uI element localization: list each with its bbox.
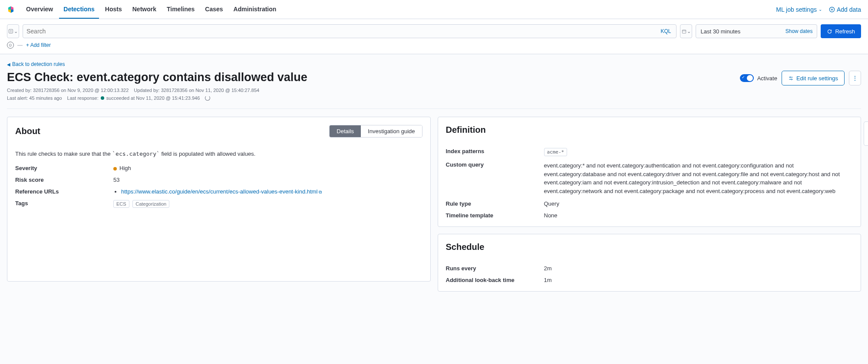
desc-pre: This rule checks to make sure that the xyxy=(15,151,112,157)
query-label: Custom query xyxy=(446,161,544,168)
row-severity: Severity High xyxy=(15,165,422,171)
meta-line-2: Last alert: 45 minutes ago Last response… xyxy=(7,95,307,101)
panels: About Details Investigation guide This r… xyxy=(7,117,861,292)
back-link[interactable]: ◀︎ Back to detection rules xyxy=(7,61,861,67)
date-quick-button[interactable]: ⌄ xyxy=(680,24,692,38)
row-index: Index patterns acme-* xyxy=(446,148,853,156)
query-value: event.category:* and not event.category:… xyxy=(544,161,853,195)
row-runs: Runs every 2m xyxy=(446,265,853,272)
tab-investigation-guide[interactable]: Investigation guide xyxy=(361,125,422,137)
lookback-label: Additional look-back time xyxy=(446,277,544,283)
row-ref: Reference URLs https://www.elastic.co/gu… xyxy=(15,188,422,195)
switch-knob xyxy=(747,75,753,81)
runs-value: 2m xyxy=(544,265,853,272)
query-bar: ⌄ KQL ⌄ Last 30 minutes Show dates Refre… xyxy=(0,19,868,40)
runs-label: Runs every xyxy=(446,265,544,272)
refresh-status-icon[interactable] xyxy=(205,95,210,101)
status-dot-icon xyxy=(101,96,104,100)
schedule-header: Schedule xyxy=(446,242,853,252)
tags-label: Tags xyxy=(15,200,113,207)
page-title: ECS Check: event.category contains disal… xyxy=(7,71,307,84)
ref-url-link[interactable]: https://www.elastic.co/guide/en/ecs/curr… xyxy=(121,188,322,195)
nav-tab-overview[interactable]: Overview xyxy=(22,0,57,19)
about-title: About xyxy=(15,126,40,136)
last-response-value: succeeded at Nov 11, 2020 @ 15:41:23.946 xyxy=(106,95,200,101)
nav-tab-cases[interactable]: Cases xyxy=(201,0,227,19)
col-right: Definition Index patterns acme-* Custom … xyxy=(438,117,861,292)
tag-categorization[interactable]: Categorization xyxy=(132,200,169,208)
nav-tab-network[interactable]: Network xyxy=(128,0,161,19)
last-response-wrap: Last response: succeeded at Nov 11, 2020… xyxy=(67,95,200,101)
search-input[interactable] xyxy=(26,28,659,35)
svg-rect-1 xyxy=(9,30,13,33)
page-body: ◀︎ Back to detection rules ECS Check: ev… xyxy=(0,54,868,298)
kql-toggle[interactable]: KQL xyxy=(659,28,673,34)
meta-line-1: Created by: 3281728356 on Nov 9, 2020 @ … xyxy=(7,88,307,93)
check-icon: ✓ xyxy=(742,75,745,79)
severity-label: Severity xyxy=(15,165,113,171)
add-data-link[interactable]: Add data xyxy=(829,6,861,13)
add-data-label: Add data xyxy=(837,6,861,13)
svg-point-3 xyxy=(789,76,791,78)
saved-query-icon[interactable]: ⊙ xyxy=(7,42,14,49)
refresh-button[interactable]: Refresh xyxy=(821,24,861,38)
row-risk: Risk score 53 xyxy=(15,177,422,183)
edit-rule-button[interactable]: Edit rule settings xyxy=(782,71,845,85)
about-description: This rule checks to make sure that the `… xyxy=(15,151,422,157)
activate-label: Activate xyxy=(757,75,777,82)
search-container[interactable]: KQL xyxy=(23,24,677,38)
index-value: acme-* xyxy=(544,148,853,156)
risk-label: Risk score xyxy=(15,177,113,183)
ref-value: https://www.elastic.co/guide/en/ecs/curr… xyxy=(113,188,422,195)
activate-switch-wrap: ✓ Activate xyxy=(740,74,777,82)
chevron-down-icon: ⌄ xyxy=(818,7,822,12)
ref-url-text: https://www.elastic.co/guide/en/ecs/curr… xyxy=(121,188,317,195)
activate-switch[interactable]: ✓ xyxy=(740,74,754,82)
controls-icon xyxy=(788,75,794,81)
date-range-value: Last 30 minutes xyxy=(700,28,740,35)
external-link-icon: ⧉ xyxy=(319,190,322,194)
plus-circle-icon xyxy=(829,7,835,13)
edit-rule-label: Edit rule settings xyxy=(796,75,838,82)
show-dates-link[interactable]: Show dates xyxy=(785,28,813,34)
chevron-left-icon: ◀︎ xyxy=(7,62,10,67)
header-actions: ✓ Activate Edit rule settings ⋮ xyxy=(740,71,861,85)
index-pattern-pill[interactable]: acme-* xyxy=(544,148,568,156)
about-panel: About Details Investigation guide This r… xyxy=(7,117,431,282)
more-actions-button[interactable]: ⋮ xyxy=(849,71,861,85)
add-filter-row: ⊙ — + Add filter xyxy=(0,40,868,54)
filter-options-icon xyxy=(8,29,13,34)
back-label: Back to detection rules xyxy=(12,61,65,67)
col-left: About Details Investigation guide This r… xyxy=(7,117,431,282)
type-value: Query xyxy=(544,200,853,207)
header-left: ECS Check: event.category contains disal… xyxy=(7,71,307,101)
tag-ecs[interactable]: ECS xyxy=(113,200,129,208)
nav-tab-hosts[interactable]: Hosts xyxy=(101,0,126,19)
row-query: Custom query event.category:* and not ev… xyxy=(446,161,853,195)
add-filter-link[interactable]: + Add filter xyxy=(26,42,51,48)
about-tabs: Details Investigation guide xyxy=(329,125,422,138)
app-logo-icon xyxy=(7,6,15,13)
ref-label: Reference URLs xyxy=(15,188,113,195)
desc-post: field is populated with allowed values. xyxy=(160,151,255,157)
date-range-picker[interactable]: Last 30 minutes Show dates xyxy=(696,24,817,38)
tab-details[interactable]: Details xyxy=(330,125,361,137)
chevron-down-icon: ⌄ xyxy=(14,29,18,34)
nav-tab-timelines[interactable]: Timelines xyxy=(162,0,199,19)
timeline-label: Timeline template xyxy=(446,212,544,219)
severity-text: High xyxy=(119,165,131,171)
ml-job-settings-link[interactable]: ML job settings ⌄ xyxy=(776,6,822,13)
timeline-flyout-tab[interactable] xyxy=(864,121,868,146)
row-type: Rule type Query xyxy=(446,200,853,207)
search-filter-button[interactable]: ⌄ xyxy=(7,24,19,38)
nav-tab-administration[interactable]: Administration xyxy=(229,0,281,19)
tags-value: ECS Categorization xyxy=(113,200,422,208)
nav-tab-detections[interactable]: Detections xyxy=(59,0,99,19)
row-timeline: Timeline template None xyxy=(446,212,853,219)
calendar-icon xyxy=(682,29,686,34)
refresh-label: Refresh xyxy=(835,28,855,35)
type-label: Rule type xyxy=(446,200,544,207)
separator xyxy=(7,108,861,109)
last-response-label: Last response: xyxy=(67,95,99,101)
severity-value: High xyxy=(113,165,422,171)
